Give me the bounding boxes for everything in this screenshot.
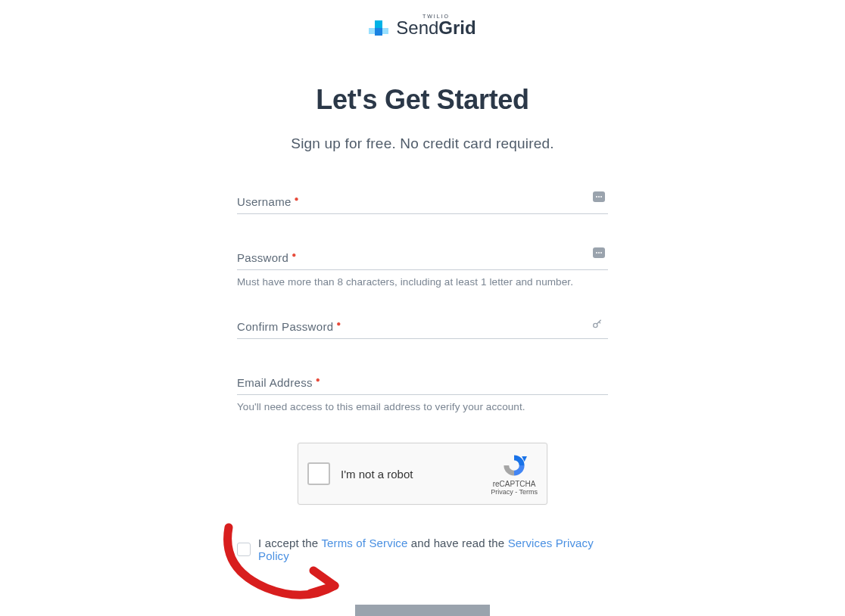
sendgrid-logo-icon bbox=[369, 17, 390, 39]
submit-wrap: Create Account bbox=[237, 605, 608, 616]
password-input[interactable] bbox=[237, 249, 608, 270]
recaptcha-brand-text: reCAPTCHA bbox=[491, 480, 538, 488]
logo-wordmark: SendGrid bbox=[396, 17, 476, 39]
terms-of-service-link[interactable]: Terms of Service bbox=[321, 537, 407, 549]
recaptcha-label: I'm not a robot bbox=[341, 468, 491, 481]
email-field-wrap: Email Address● bbox=[237, 374, 608, 395]
recaptcha-widget: I'm not a robot reCAPTCHA Privacy - Term… bbox=[298, 443, 547, 505]
password-manager-icon[interactable] bbox=[593, 247, 605, 258]
page-title: Let's Get Started bbox=[316, 84, 529, 116]
signup-form: Username● Password● Must have more than … bbox=[237, 193, 608, 616]
logo-brand-row: SendGrid bbox=[369, 17, 476, 39]
username-field-wrap: Username● bbox=[237, 193, 608, 214]
password-hint: Must have more than 8 characters, includ… bbox=[237, 276, 608, 288]
confirm-password-input[interactable] bbox=[237, 318, 608, 339]
sendgrid-logo: TWILIO SendGrid bbox=[369, 14, 476, 39]
page-subtitle: Sign up for free. No credit card require… bbox=[291, 135, 553, 152]
recaptcha-links: Privacy - Terms bbox=[491, 488, 538, 496]
signup-page: TWILIO SendGrid Let's Get Started Sign u… bbox=[0, 0, 845, 616]
username-input[interactable] bbox=[237, 193, 608, 214]
email-hint: You'll need access to this email address… bbox=[237, 401, 608, 412]
recaptcha-icon bbox=[501, 453, 527, 478]
terms-row: I accept the Terms of Service and have r… bbox=[237, 537, 608, 562]
email-input[interactable] bbox=[237, 374, 608, 395]
password-field-wrap: Password● bbox=[237, 249, 608, 270]
create-account-button[interactable]: Create Account bbox=[355, 605, 490, 616]
terms-text: I accept the Terms of Service and have r… bbox=[258, 537, 608, 562]
terms-checkbox[interactable] bbox=[237, 543, 251, 556]
recaptcha-brand: reCAPTCHA Privacy - Terms bbox=[491, 453, 538, 496]
password-manager-icon[interactable] bbox=[593, 191, 605, 202]
confirm-password-field-wrap: Confirm Password● bbox=[237, 318, 608, 339]
key-icon bbox=[591, 318, 603, 333]
recaptcha-checkbox[interactable] bbox=[307, 462, 330, 485]
